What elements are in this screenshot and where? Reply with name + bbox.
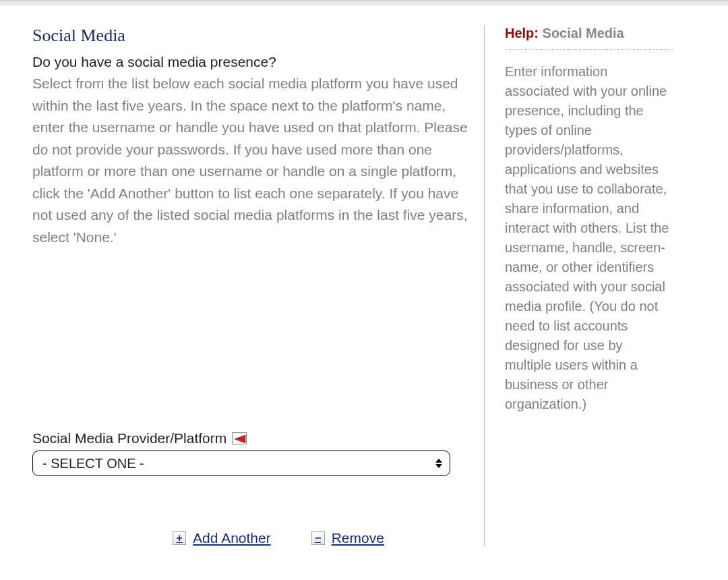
instructions-text: Select from the list below each social m…: [32, 73, 471, 248]
field-label-row: Social Media Provider/Platform: [32, 430, 471, 446]
main-column: Social Media Do you have a social media …: [32, 26, 471, 546]
top-border: [0, 0, 728, 5]
add-another-button[interactable]: + Add Another: [173, 530, 271, 546]
section-title: Social Media: [32, 26, 471, 46]
platform-label: Social Media Provider/Platform: [32, 430, 226, 446]
help-title: Social Media: [543, 26, 624, 40]
platform-field: Social Media Provider/Platform - SELECT …: [32, 430, 471, 476]
form-container: Social Media Do you have a social media …: [0, 5, 728, 560]
help-heading: Help: Social Media: [505, 26, 673, 41]
add-another-label: Add Another: [193, 530, 271, 546]
required-icon: [232, 432, 247, 444]
platform-select-wrap: - SELECT ONE -: [32, 451, 450, 476]
help-divider: [505, 49, 673, 50]
help-label: Help:: [505, 26, 539, 40]
question-text: Do you have a social media presence?: [32, 54, 471, 70]
platform-select[interactable]: - SELECT ONE -: [32, 451, 450, 476]
actions-row: + Add Another − Remove: [32, 530, 471, 546]
remove-label: Remove: [332, 530, 384, 546]
minus-icon: −: [311, 531, 325, 545]
help-column: Help: Social Media Enter information ass…: [484, 26, 673, 546]
plus-icon: +: [173, 531, 186, 545]
svg-marker-0: [235, 435, 245, 443]
help-body: Enter information associated with your o…: [505, 62, 673, 414]
remove-button[interactable]: − Remove: [311, 530, 384, 546]
